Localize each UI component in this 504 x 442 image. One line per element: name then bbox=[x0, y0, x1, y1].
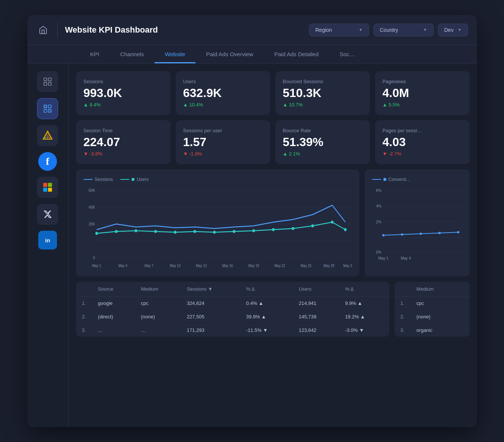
col-sessions-change: % Δ bbox=[240, 282, 293, 297]
right-col-num bbox=[395, 282, 411, 297]
kpi-session-time-value: 224.07 bbox=[84, 136, 163, 149]
sidebar-item-facebook[interactable]: f bbox=[38, 152, 57, 171]
svg-point-26 bbox=[95, 232, 98, 235]
kpi-pages-per-session: Pages per sessi… 4.03 ▼ -2.7% bbox=[375, 120, 470, 164]
svg-text:40K: 40K bbox=[88, 205, 95, 210]
svg-rect-15 bbox=[43, 188, 47, 192]
kpi-sessions-per-user-change: ▼ -1.8% bbox=[183, 151, 263, 157]
svg-text:May 13: May 13 bbox=[196, 264, 207, 268]
svg-rect-2 bbox=[44, 82, 47, 85]
device-filter[interactable]: Dev ▼ bbox=[438, 24, 468, 36]
sidebar-item-dashboard[interactable] bbox=[37, 71, 58, 92]
sidebar-item-google-ads[interactable] bbox=[37, 125, 58, 146]
tab-social[interactable]: Soc… bbox=[329, 45, 365, 63]
chart-legend: Sessions Users bbox=[84, 177, 352, 182]
tab-kpi[interactable]: KPI bbox=[80, 45, 110, 63]
svg-rect-13 bbox=[43, 183, 47, 187]
right-row-2-medium: (none) bbox=[410, 310, 469, 324]
svg-text:May 4: May 4 bbox=[118, 264, 127, 268]
chevron-down-icon: ▼ bbox=[423, 28, 427, 32]
svg-point-60 bbox=[382, 234, 384, 236]
kpi-bounced-change: ▲ 10.7% bbox=[283, 102, 362, 108]
kpi-pageviews-change: ▲ 5.5% bbox=[383, 102, 462, 108]
col-sessions[interactable]: Sessions ▼ bbox=[181, 282, 240, 297]
sidebar-item-linkedin[interactable]: in bbox=[38, 231, 57, 249]
legend-users: Users bbox=[120, 177, 148, 182]
svg-rect-0 bbox=[44, 78, 47, 81]
svg-point-35 bbox=[272, 228, 274, 231]
home-icon[interactable] bbox=[36, 23, 50, 37]
svg-rect-4 bbox=[44, 105, 47, 108]
svg-point-37 bbox=[311, 224, 314, 227]
svg-point-39 bbox=[344, 228, 347, 231]
col-medium: Medium bbox=[135, 282, 181, 297]
kpi-session-time-change: ▼ -3.8% bbox=[84, 151, 163, 157]
kpi-sessions-per-user-value: 1.57 bbox=[183, 136, 263, 149]
right-row-1-medium: cpc bbox=[410, 297, 469, 310]
svg-text:0: 0 bbox=[93, 256, 95, 260]
header-divider bbox=[57, 22, 58, 37]
content-area: Sessions 993.0K ▲ 8.4% Users 632.9K ▲ 10… bbox=[69, 64, 477, 427]
col-users-change: % Δ bbox=[339, 282, 389, 297]
sidebar-item-twitter[interactable] bbox=[37, 204, 58, 225]
svg-text:May 28: May 28 bbox=[323, 264, 334, 268]
tab-channels[interactable]: Channels bbox=[110, 45, 154, 63]
svg-point-62 bbox=[420, 233, 422, 235]
svg-point-34 bbox=[252, 229, 255, 232]
page-title: Website KPI Dashboard bbox=[65, 25, 158, 35]
kpi-sessions-per-user: Sessions per user 1.57 ▼ -1.8% bbox=[176, 120, 270, 164]
sidebar-item-analytics[interactable] bbox=[37, 98, 58, 119]
tab-paid-ads-detailed[interactable]: Paid Ads Detailed bbox=[264, 45, 329, 63]
conversion-dot-icon bbox=[383, 178, 386, 181]
main-layout: f in bbox=[27, 64, 477, 427]
svg-point-61 bbox=[401, 233, 403, 236]
chevron-down-icon: ▼ bbox=[359, 28, 363, 32]
svg-rect-16 bbox=[48, 188, 52, 192]
kpi-pages-per-session-value: 4.03 bbox=[383, 136, 462, 149]
kpi-pageviews: Pageviews 4.0M ▲ 5.5% bbox=[375, 71, 470, 115]
row-3-users-change: -3.0% ▼ bbox=[339, 324, 389, 337]
svg-point-38 bbox=[331, 221, 334, 224]
list-item: 1. cpc bbox=[395, 297, 470, 310]
sidebar-item-microsoft[interactable] bbox=[37, 177, 58, 198]
svg-text:May 22: May 22 bbox=[274, 264, 285, 268]
svg-text:May 7: May 7 bbox=[144, 264, 153, 268]
country-filter[interactable]: Country ▼ bbox=[374, 24, 434, 36]
conversion-line-icon bbox=[372, 179, 381, 180]
kpi-pages-per-session-label: Pages per sessi… bbox=[383, 128, 462, 133]
kpi-session-time-label: Session Time bbox=[84, 128, 163, 133]
region-filter[interactable]: Region ▼ bbox=[309, 24, 369, 36]
row-1-sessions: 324,624 bbox=[181, 297, 240, 310]
tab-website[interactable]: Website bbox=[154, 45, 196, 63]
row-1-source: google bbox=[92, 297, 135, 310]
tab-paid-ads-overview[interactable]: Paid Ads Overview bbox=[196, 45, 264, 63]
list-item: 2. (none) bbox=[395, 310, 470, 324]
source-medium-table: Source Medium Sessions ▼ % Δ Users % Δ 1… bbox=[76, 282, 389, 337]
svg-rect-3 bbox=[48, 82, 51, 85]
kpi-pageviews-label: Pageviews bbox=[383, 79, 462, 84]
row-1-users: 214,941 bbox=[293, 297, 339, 310]
svg-point-29 bbox=[154, 230, 157, 233]
row-3-sessions-change: -11.5% ▼ bbox=[240, 324, 293, 337]
kpi-bounce-rate: Bounce Rate 51.39% ▲ 2.1% bbox=[275, 120, 370, 164]
col-source: Source bbox=[92, 282, 135, 297]
kpi-sessions-value: 993.0K bbox=[84, 87, 163, 100]
chart-svg-area: 60K 40K 20K 0 bbox=[84, 187, 352, 269]
svg-text:60K: 60K bbox=[88, 188, 95, 193]
kpi-pageviews-value: 4.0M bbox=[383, 87, 462, 100]
charts-row: Sessions Users bbox=[76, 169, 470, 276]
right-row-3-medium: organic bbox=[410, 324, 469, 337]
kpi-bounce-rate-value: 51.39% bbox=[283, 136, 362, 149]
svg-point-63 bbox=[438, 232, 441, 234]
svg-rect-14 bbox=[48, 183, 52, 187]
row-2-num: 2. bbox=[76, 310, 92, 324]
legend-conversion: Conversi… bbox=[372, 177, 411, 182]
svg-text:May 10: May 10 bbox=[170, 264, 181, 268]
conversion-legend: Conversi… bbox=[372, 177, 462, 182]
main-chart: Sessions Users bbox=[76, 169, 359, 276]
row-1-sessions-change: 0.4% ▲ bbox=[240, 297, 293, 310]
svg-point-64 bbox=[457, 231, 459, 233]
kpi-pages-per-session-change: ▼ -2.7% bbox=[383, 151, 462, 157]
kpi-sessions-per-user-label: Sessions per user bbox=[183, 128, 263, 133]
kpi-sessions-change: ▲ 8.4% bbox=[84, 102, 163, 108]
